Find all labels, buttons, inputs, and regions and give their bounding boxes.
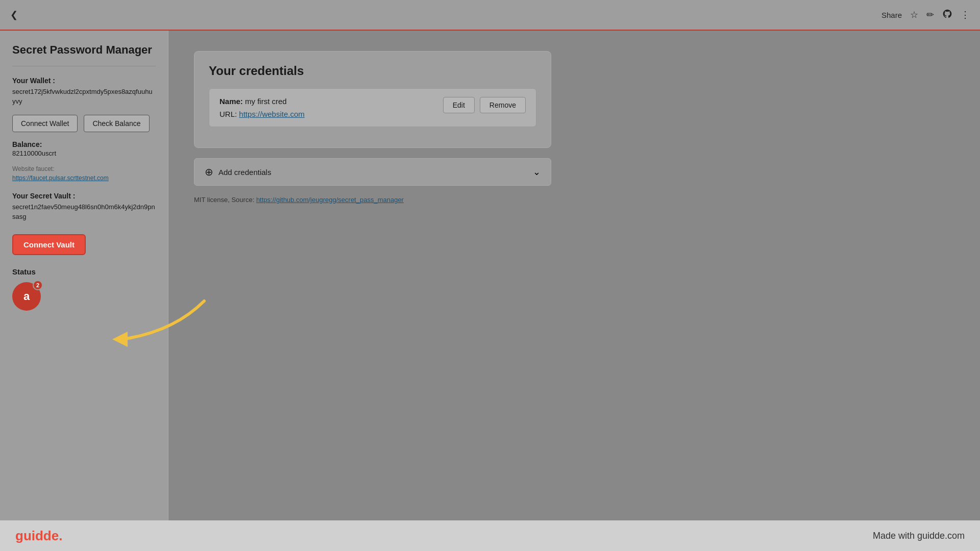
top-bar: ❮ Share ☆ ✏ ⋮ (0, 0, 980, 31)
add-credentials-left: ⊕ Add credentials (205, 166, 271, 178)
collapse-button[interactable]: ❮ (10, 9, 18, 20)
main-content: Your credentials Name: my first cred URL… (168, 31, 980, 520)
main-layout: Secret Password Manager Your Wallet : se… (0, 31, 980, 520)
remove-credential-button[interactable]: Remove (480, 97, 526, 113)
sidebar: Secret Password Manager Your Wallet : se… (0, 31, 168, 520)
add-icon: ⊕ (205, 166, 213, 178)
more-menu-icon[interactable]: ⋮ (961, 9, 970, 20)
made-with-text: Made with guidde.com (873, 531, 965, 541)
bottom-bar: guidde. Made with guidde.com (0, 520, 980, 551)
license-label: MIT license, Source: (194, 196, 254, 204)
status-avatar: a 2 (12, 282, 41, 311)
cred-url-label: URL: (219, 110, 237, 118)
collapse-icon[interactable]: ❮ (10, 10, 18, 20)
guidde-logo: guidde. (15, 528, 62, 544)
add-credentials-label: Add credentials (218, 168, 271, 177)
cred-actions: Edit Remove (443, 97, 526, 113)
sidebar-divider (12, 66, 156, 66)
status-badge: 2 (33, 280, 43, 290)
top-bar-actions: Share ☆ ✏ ⋮ (881, 9, 970, 21)
balance-label: Balance: (12, 140, 156, 148)
cred-name: Name: my first cred (219, 97, 433, 106)
credentials-title: Your credentials (209, 64, 536, 78)
vault-value: secret1n2faev50meug48l6sn0h0m6k4ykj2dn9p… (12, 202, 156, 222)
status-label: Status (12, 267, 156, 276)
vault-label: Your Secret Vault : (12, 192, 156, 200)
add-credentials-row[interactable]: ⊕ Add credentials ⌄ (194, 158, 551, 186)
sidebar-title: Secret Password Manager (12, 43, 156, 58)
status-avatar-container: a 2 (12, 282, 156, 311)
github-icon[interactable] (942, 9, 952, 21)
wallet-value: secret172j5kfvwkudzl2cpxtmdy5pxes8azqfuu… (12, 87, 156, 107)
credentials-card: Your credentials Name: my first cred URL… (194, 51, 551, 148)
cred-name-value: my first cred (245, 97, 287, 106)
share-button[interactable]: Share (881, 11, 902, 19)
cred-url: URL: https://website.com (219, 110, 433, 118)
source-link[interactable]: https://github.com/jeugregg/secret_pass_… (256, 196, 404, 204)
chevron-down-icon: ⌄ (533, 166, 541, 178)
faucet-link[interactable]: https://faucet.pulsar.scrttestnet.com (12, 174, 156, 182)
balance-value: 82110000uscrt (12, 149, 156, 157)
cred-info: Name: my first cred URL: https://website… (219, 97, 433, 118)
avatar-letter: a (23, 290, 30, 303)
cred-name-label: Name: (219, 97, 243, 106)
edit-credential-button[interactable]: Edit (443, 97, 475, 113)
vault-section: Your Secret Vault : secret1n2faev50meug4… (12, 192, 156, 255)
edit-icon[interactable]: ✏ (926, 9, 934, 20)
license-text: MIT license, Source: https://github.com/… (194, 196, 551, 204)
wallet-label: Your Wallet : (12, 77, 156, 85)
connect-vault-button[interactable]: Connect Vault (12, 234, 86, 255)
wallet-buttons: Connect Wallet Check Balance (12, 115, 156, 132)
faucet-label: Website faucet: (12, 165, 156, 172)
cred-url-link[interactable]: https://website.com (239, 110, 304, 118)
connect-wallet-button[interactable]: Connect Wallet (12, 115, 78, 132)
credential-item: Name: my first cred URL: https://website… (209, 88, 536, 127)
star-icon[interactable]: ☆ (910, 9, 918, 20)
check-balance-button[interactable]: Check Balance (84, 115, 149, 132)
